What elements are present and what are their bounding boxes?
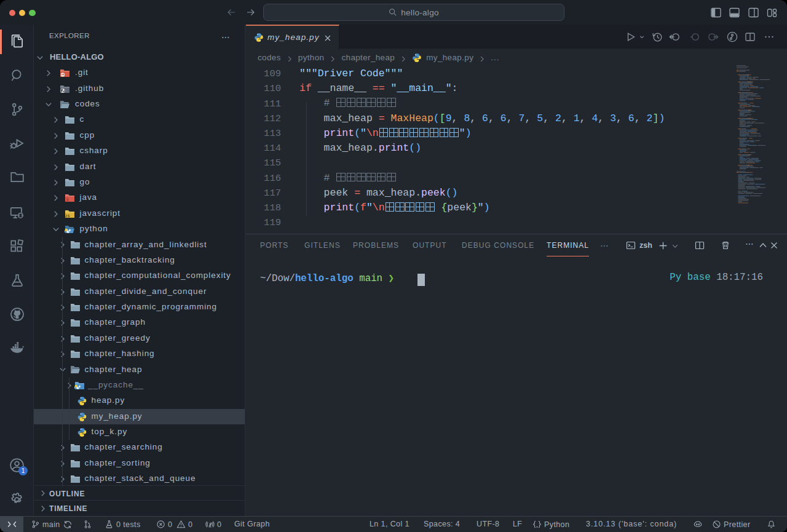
svg-text:JS: JS	[65, 213, 71, 217]
